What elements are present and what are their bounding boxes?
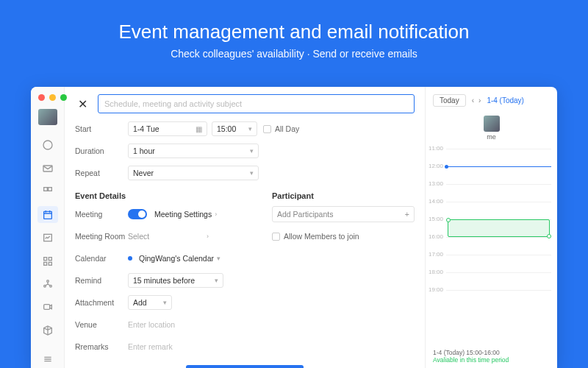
resize-handle-bottom[interactable] — [547, 234, 551, 238]
sidebar — [31, 87, 65, 368]
user-avatar[interactable] — [38, 109, 57, 125]
subject-input[interactable] — [98, 94, 415, 113]
next-day-button[interactable]: › — [478, 96, 481, 105]
chevron-down-icon: ▾ — [215, 277, 218, 284]
window-controls — [38, 94, 67, 101]
repeat-label: Repeat — [75, 169, 128, 177]
hero-title: Event management and email notification — [0, 21, 588, 43]
svg-rect-6 — [43, 257, 46, 260]
chevron-right-icon: › — [207, 233, 209, 240]
calendar-label: Calendar — [75, 254, 128, 263]
hour-label: 15:00 — [429, 216, 443, 222]
close-window-icon[interactable] — [38, 94, 45, 101]
hour-label: 12:00 — [429, 163, 443, 169]
today-button[interactable]: Today — [433, 94, 466, 107]
hour-label: 14:00 — [429, 198, 443, 205]
participant-title: Participant — [272, 191, 415, 200]
allday-checkbox[interactable] — [263, 125, 271, 133]
duration-label: Duration — [75, 146, 128, 155]
svg-point-10 — [46, 280, 49, 283]
hour-label: 19:00 — [429, 286, 443, 293]
svg-rect-9 — [49, 262, 51, 265]
chevron-down-icon: ▾ — [250, 169, 254, 177]
nav-calendar-icon[interactable] — [37, 206, 58, 223]
nav-org-icon[interactable] — [37, 275, 58, 292]
footer-time: 1-4 (Today) 15:00-16:00 — [433, 349, 550, 356]
meeting-settings-link[interactable]: Meeting Settings› — [154, 210, 217, 219]
svg-rect-2 — [43, 188, 47, 191]
app-window: ✕ Start 1-4 Tue▦ 15:00▾ All Day Duration… — [31, 87, 557, 368]
save-button[interactable]: Save — [186, 365, 304, 368]
nav-docs-icon[interactable] — [37, 183, 58, 200]
nav-menu-icon[interactable] — [37, 351, 58, 368]
availability-panel: Today ‹ › 1-4 (Today) me 11:00 12:00 13:… — [425, 87, 557, 368]
nav-mail-icon[interactable] — [37, 160, 58, 177]
attachment-button[interactable]: Add▾ — [128, 295, 172, 310]
hour-label: 13:00 — [429, 180, 443, 187]
allow-members-label: Allow Members to join — [284, 232, 359, 241]
duration-select[interactable]: 1 hour▾ — [128, 144, 259, 158]
allow-members-checkbox[interactable] — [272, 233, 280, 241]
calendar-color-dot — [128, 256, 132, 261]
meeting-label: Meeting — [75, 210, 128, 219]
plus-icon: + — [405, 210, 409, 219]
remind-label: Remind — [75, 276, 128, 285]
room-label: Meeting Room — [75, 232, 128, 241]
hour-label: 11:00 — [429, 145, 443, 152]
remind-select[interactable]: 15 minutes before▾ — [128, 273, 223, 288]
svg-rect-7 — [49, 257, 51, 260]
maximize-window-icon[interactable] — [60, 94, 67, 101]
prev-day-button[interactable]: ‹ — [472, 96, 474, 105]
attachment-label: Attachment — [75, 298, 128, 307]
footer-status: Avaliable in this time period — [433, 356, 550, 364]
nav-chat-icon[interactable] — [37, 137, 58, 154]
remarks-label: Rremarks — [75, 342, 128, 351]
venue-input[interactable] — [128, 318, 259, 332]
svg-rect-8 — [43, 262, 46, 265]
hour-label: 16:00 — [429, 233, 443, 240]
start-label: Start — [75, 124, 128, 133]
nav-video-icon[interactable] — [37, 299, 58, 316]
svg-rect-13 — [43, 305, 49, 310]
current-date-label: 1-4 (Today) — [487, 96, 524, 105]
chevron-right-icon: › — [215, 210, 217, 218]
event-form: ✕ Start 1-4 Tue▦ 15:00▾ All Day Duration… — [65, 87, 425, 368]
start-time-picker[interactable]: 15:00▾ — [212, 121, 257, 136]
timeline[interactable]: 11:00 12:00 13:00 14:00 15:00 16:00 17:0… — [426, 145, 557, 314]
hero-subtitle: Check colleagues' availability · Send or… — [0, 48, 588, 60]
participant-column: me — [426, 116, 557, 141]
meeting-toggle[interactable] — [128, 209, 147, 219]
chevron-down-icon: ▾ — [217, 255, 220, 262]
participant-name: me — [426, 133, 557, 141]
calendar-select[interactable]: QingWang's Calendar▾ — [128, 254, 220, 263]
chevron-down-icon: ▾ — [163, 299, 167, 306]
resize-handle-top[interactable] — [446, 218, 451, 222]
repeat-select[interactable]: Never▾ — [128, 166, 259, 180]
chevron-down-icon: ▾ — [250, 147, 254, 155]
nav-cube-icon[interactable] — [37, 322, 58, 339]
close-form-button[interactable]: ✕ — [75, 96, 90, 113]
calendar-icon: ▦ — [196, 125, 202, 133]
participant-avatar — [484, 116, 500, 132]
hour-label: 18:00 — [429, 269, 443, 275]
nav-analytics-icon[interactable] — [37, 229, 58, 246]
svg-rect-4 — [43, 211, 51, 219]
add-participants-button[interactable]: Add Participants+ — [272, 206, 415, 222]
nav-apps-icon[interactable] — [37, 252, 58, 269]
remarks-input[interactable] — [128, 340, 259, 354]
start-date-picker[interactable]: 1-4 Tue▦ — [128, 121, 207, 136]
svg-rect-3 — [48, 188, 51, 191]
event-details-title: Event Details — [75, 191, 259, 200]
event-block[interactable] — [448, 219, 550, 237]
allday-label: All Day — [275, 124, 299, 133]
svg-point-0 — [43, 141, 52, 149]
hour-label: 17:00 — [429, 251, 443, 258]
venue-label: Venue — [75, 320, 128, 329]
minimize-window-icon[interactable] — [49, 94, 56, 101]
room-select[interactable]: Select› — [128, 232, 209, 241]
availability-footer: 1-4 (Today) 15:00-16:00 Avaliable in thi… — [433, 349, 550, 364]
now-indicator — [445, 165, 448, 169]
chevron-down-icon: ▾ — [248, 125, 252, 132]
